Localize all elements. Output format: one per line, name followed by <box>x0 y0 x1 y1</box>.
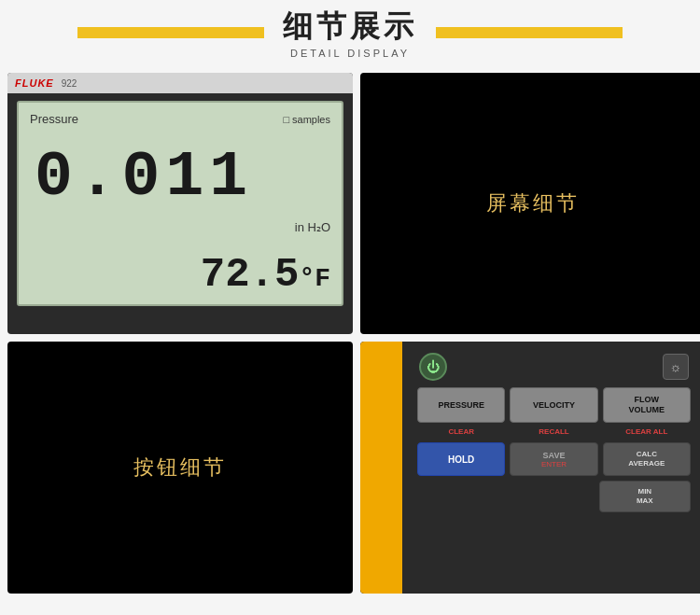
lcd-logo: FLUKE <box>15 77 54 89</box>
empty-slot-2 <box>508 481 594 512</box>
lcd-screen: Pressure □ samples 0.011 in H₂O 72.5°F <box>17 101 343 306</box>
header-title-en: DETAIL DISPLAY <box>283 48 417 59</box>
clear-label: CLEAR <box>417 427 505 436</box>
min-max-label: MINMAX <box>637 487 653 505</box>
panel-keypad: ⏻ ☼ PRESSURE VELOCITY FLOWVOLUME <box>360 342 700 594</box>
header-title-cn: 细节展示 <box>283 7 417 48</box>
lcd-unit: in H₂O <box>30 220 330 234</box>
backlight-icon: ☼ <box>670 359 682 374</box>
label-row-1: CLEAR RECALL CLEAR ALL <box>410 427 698 438</box>
recall-label: RECALL <box>510 427 597 436</box>
flow-volume-button[interactable]: FLOWVOLUME <box>603 387 691 423</box>
keypad-content: ⏻ ☼ PRESSURE VELOCITY FLOWVOLUME <box>410 351 698 586</box>
btn-row-2: HOLD SAVE ENTER CALCAVERAGE <box>410 442 698 476</box>
panel-screen-detail: 屏幕细节 <box>360 73 700 334</box>
pressure-button[interactable]: PRESSURE <box>417 387 505 423</box>
save-label: SAVE <box>543 451 566 460</box>
calc-average-label: CALCAVERAGE <box>628 450 665 468</box>
lcd-top-bar: FLUKE 922 <box>7 73 353 93</box>
samples-text: samples <box>292 114 330 125</box>
header: 细节展示 DETAIL DISPLAY <box>0 0 700 65</box>
velocity-button[interactable]: VELOCITY <box>510 387 597 423</box>
power-button[interactable]: ⏻ <box>419 353 447 381</box>
hold-label: HOLD <box>448 454 474 465</box>
min-max-button[interactable]: MINMAX <box>599 481 691 512</box>
header-bar-left <box>77 27 264 38</box>
screen-detail-text: 屏幕细节 <box>486 189 580 217</box>
power-icon: ⏻ <box>427 359 440 374</box>
lcd-model: 922 <box>62 78 77 89</box>
btn-detail-text: 按钮细节 <box>133 454 227 482</box>
header-bar-right <box>436 27 623 38</box>
btn-row-3: MINMAX <box>410 481 698 512</box>
lcd-sub-value: 72.5°F <box>30 254 330 295</box>
keypad-yellow-strip <box>360 342 402 594</box>
velocity-label: VELOCITY <box>533 400 575 411</box>
btn-row-1: PRESSURE VELOCITY FLOWVOLUME <box>410 387 698 423</box>
flow-volume-label: FLOWVOLUME <box>629 395 665 415</box>
lcd-top-row: Pressure □ samples <box>30 112 330 126</box>
lcd-main-value: 0.011 <box>30 146 330 209</box>
lcd-samples: □ samples <box>283 114 330 125</box>
clear-all-label: CLEAR ALL <box>603 427 691 436</box>
header-title-block: 细节展示 DETAIL DISPLAY <box>264 7 436 59</box>
backlight-button[interactable]: ☼ <box>663 354 689 380</box>
pressure-label: PRESSURE <box>438 400 484 411</box>
keypad-icons-row: ⏻ ☼ <box>410 351 698 383</box>
save-enter-button[interactable]: SAVE ENTER <box>510 442 597 476</box>
lcd-label-pressure: Pressure <box>30 112 78 126</box>
enter-label: ENTER <box>541 460 567 468</box>
panel-btn-detail: 按钮细节 <box>7 342 353 594</box>
hold-button[interactable]: HOLD <box>417 442 505 476</box>
empty-slot-1 <box>417 481 503 512</box>
main-grid: FLUKE 922 Pressure □ samples 0.011 in H₂… <box>0 65 700 615</box>
calc-average-button[interactable]: CALCAVERAGE <box>603 442 691 476</box>
panel-lcd: FLUKE 922 Pressure □ samples 0.011 in H₂… <box>7 73 353 334</box>
samples-icon: □ <box>283 114 289 125</box>
